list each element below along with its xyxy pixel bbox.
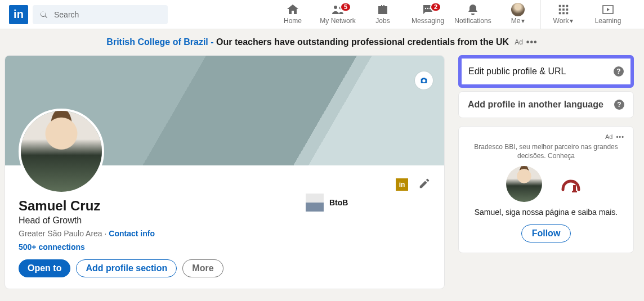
linkedin-logo[interactable]: in	[9, 5, 28, 24]
svg-rect-7	[566, 5, 568, 7]
nav-notifications[interactable]: Notifications	[450, 0, 495, 29]
camera-icon	[419, 76, 428, 85]
nav-home[interactable]: Home	[270, 0, 315, 29]
nav-label: Work▾	[553, 17, 574, 26]
help-icon[interactable]: ?	[614, 66, 624, 77]
ad-label: Ad	[515, 38, 523, 46]
learning-icon	[601, 3, 615, 16]
add-profile-section-button[interactable]: Add profile section	[76, 259, 177, 277]
profile-name: Samuel Cruz	[19, 198, 431, 214]
ad-brand-link[interactable]: British College of Brazil -	[106, 37, 216, 47]
top-ad-strip: British College of Brazil - Our teachers…	[0, 29, 644, 55]
bell-icon	[466, 3, 480, 16]
network-badge: 5	[340, 2, 351, 12]
nav-label: Learning	[595, 17, 621, 26]
current-company[interactable]: BtoB	[306, 194, 348, 212]
pencil-icon	[418, 177, 431, 190]
company-name: BtoB	[329, 198, 348, 207]
nav-jobs[interactable]: Jobs	[360, 0, 405, 29]
profile-location: Greater São Paulo Area	[19, 229, 102, 238]
profile-location-row: Greater São Paulo Area · Contact info	[19, 229, 431, 238]
profile-headline: Head of Growth	[19, 215, 431, 226]
svg-point-3	[427, 8, 428, 9]
svg-rect-8	[558, 8, 561, 11]
avatar	[506, 166, 542, 202]
nav-items: Home 5 My Network Jobs 2 Messaging Notif…	[270, 0, 630, 29]
nav-work[interactable]: Work▾	[540, 0, 585, 29]
top-nav: in Home 5 My Network Jobs 2 Messaging No…	[0, 0, 644, 29]
profile-card: in BtoB Samuel Cruz Head of Growth Great…	[5, 55, 445, 289]
edit-profile-button[interactable]	[418, 177, 431, 192]
svg-rect-5	[558, 5, 561, 7]
home-icon	[286, 3, 299, 16]
ad-label: Ad	[605, 133, 612, 140]
svg-rect-9	[562, 8, 565, 11]
company-logo	[306, 194, 324, 212]
open-to-button[interactable]: Open to	[19, 259, 70, 277]
svg-rect-6	[562, 5, 565, 7]
nav-label: My Network	[320, 17, 355, 26]
svg-point-0	[334, 6, 337, 9]
nav-label: Jobs	[375, 17, 390, 26]
ad-text: Our teachers have outstanding profession…	[216, 37, 509, 47]
caret-down-icon: ▾	[521, 17, 525, 26]
svg-rect-12	[562, 12, 565, 15]
more-button[interactable]: More	[182, 259, 223, 277]
add-language-label: Add profile in another language	[468, 100, 603, 110]
add-language-card[interactable]: Add profile in another language ?	[458, 91, 634, 118]
ad-text: Samuel, siga nossa página e saiba mais.	[468, 208, 624, 217]
svg-rect-16	[572, 191, 577, 192]
grid-icon	[557, 3, 570, 16]
nav-label: Notifications	[454, 17, 491, 26]
svg-rect-11	[558, 12, 561, 15]
caret-down-icon: ▾	[570, 17, 573, 26]
contact-info-link[interactable]: Contact info	[109, 229, 155, 238]
svg-rect-13	[566, 12, 568, 15]
profile-photo[interactable]	[19, 109, 104, 194]
nav-label: Me▾	[511, 17, 525, 26]
edit-cover-button[interactable]	[415, 71, 433, 89]
messaging-badge: 2	[430, 2, 441, 12]
sidebar-ad-card: Ad ••• Bradesco BBI, seu melhor parceiro…	[458, 126, 634, 253]
nav-messaging[interactable]: 2 Messaging	[405, 0, 450, 29]
premium-badge-icon[interactable]: in	[396, 178, 408, 191]
connections-link[interactable]: 500+ connections	[19, 242, 431, 251]
edit-public-profile-card[interactable]: Edit public profile & URL ?	[458, 55, 634, 88]
search-input[interactable]	[54, 10, 168, 19]
ad-subtitle: Bradesco BBI, seu melhor parceiro nas gr…	[468, 142, 624, 160]
svg-rect-10	[566, 8, 568, 11]
nav-label: Messaging	[412, 17, 444, 26]
avatar-icon	[511, 3, 525, 16]
advertiser-logo	[556, 169, 586, 199]
search-input-wrap[interactable]	[33, 5, 168, 24]
jobs-icon	[376, 3, 390, 16]
nav-me[interactable]: Me▾	[495, 0, 540, 29]
edit-public-profile-label: Edit public profile & URL	[468, 66, 566, 77]
nav-learning[interactable]: Learning	[585, 0, 630, 29]
nav-network[interactable]: 5 My Network	[315, 0, 360, 29]
help-icon[interactable]: ?	[614, 100, 624, 110]
svg-point-2	[425, 8, 426, 9]
ad-menu-button[interactable]: •••	[526, 37, 538, 47]
search-icon	[39, 10, 48, 19]
follow-button[interactable]: Follow	[521, 224, 571, 242]
ad-menu-button[interactable]: •••	[616, 133, 624, 140]
nav-label: Home	[284, 17, 302, 26]
